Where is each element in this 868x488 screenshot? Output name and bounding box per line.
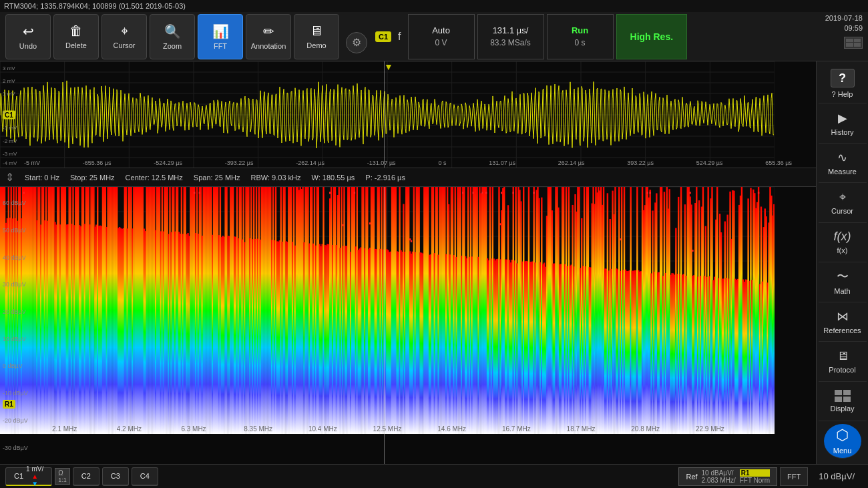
history-button[interactable]: ▶ History <box>819 103 867 143</box>
math-button[interactable]: 〜 Math <box>819 262 867 302</box>
volt-label-1mv: 1 mV <box>3 91 15 97</box>
fft-center: Center: 12.5 MHz <box>126 174 183 182</box>
help-button[interactable]: ? ? Help <box>819 64 867 103</box>
undo-button[interactable]: ↩ Undo <box>5 14 51 59</box>
channel-2-tab[interactable]: C2 <box>73 467 99 486</box>
fft-y-axis: 60 dBµV 50 dBµV 40 dBµV 30 dBµV 20 dBµV … <box>0 187 28 464</box>
toolbar: ↩ Undo 🗑 Delete ⌖ Cursor 🔍 Zoom 📊 FFT ✏ … <box>0 12 692 61</box>
right-sidebar: ? ? Help ▶ History ∿ Measure ⌖ Cursor f(… <box>816 61 868 464</box>
menu-button[interactable]: ⬡ Menu <box>824 424 861 459</box>
settings-button[interactable]: ⚙ <box>346 32 367 53</box>
datetime-display: 2019-07-18 09:59 <box>825 13 863 49</box>
references-icon: ⋈ <box>837 309 849 324</box>
trigger-marker: ▼ <box>384 61 393 72</box>
protocol-icon: 🖥 <box>837 349 849 363</box>
trigger-info: f <box>394 31 405 43</box>
annotation-icon: ✏ <box>263 23 274 39</box>
cursor-sidebar-icon: ⌖ <box>839 190 846 204</box>
channel-3-tab[interactable]: C3 <box>102 467 129 486</box>
fft-rbw: RBW: 9.03 kHz <box>251 174 301 182</box>
run-mode-box[interactable]: High Res. <box>616 14 688 59</box>
demo-icon: 🖥 <box>310 23 323 39</box>
trigger-symbol: f <box>398 31 401 43</box>
bottom-bar: C1 1 mV/ ▲ ▼ Ω 1:1 C2 C3 C4 Ref 10 dBAµV… <box>0 464 868 488</box>
demo-button[interactable]: 🖥 Demo <box>294 14 339 59</box>
title-bar: RTM3004; 1335.8794K04; 100899 (01.501 20… <box>0 0 868 12</box>
fft-y-neg20: -20 dBµV <box>0 417 28 424</box>
fft-y-40: 40 dBµV <box>0 254 28 261</box>
display-icon <box>835 390 851 402</box>
scope-area: C1 ▼ 3 mV 2 mV 1 mV 0 -1 mV -2 mV -3 mV … <box>0 61 816 464</box>
expand-icon[interactable]: ⇕ <box>5 171 14 184</box>
channel-badge[interactable]: C1 <box>375 31 391 42</box>
display-button[interactable]: Display <box>819 382 867 421</box>
c1-scale: 1 mV/ ▲ ▼ <box>26 465 43 487</box>
time-offset-box[interactable]: Run 0 s <box>547 14 614 59</box>
channel-4-tab[interactable]: C4 <box>132 467 158 486</box>
math-fx-button[interactable]: f(x) f(x) <box>819 223 867 262</box>
volt-label-2mv: 2 mV <box>3 78 15 84</box>
fft-y-20: 20 dBµV <box>0 308 28 315</box>
fft-info-bar: ⇕ Start: 0 Hz Stop: 25 MHz Center: 12.5 … <box>0 168 816 187</box>
fft-start: Start: 0 Hz <box>25 174 59 182</box>
fft-y-30: 30 dBµV <box>0 281 28 288</box>
zoom-icon: 🔍 <box>164 23 181 39</box>
trigger-mode-box[interactable]: Auto 0 V <box>408 14 475 59</box>
title-text: RTM3004; 1335.8794K04; 100899 (01.501 20… <box>4 2 186 10</box>
fft-icon: 📊 <box>212 23 229 39</box>
delete-icon: 🗑 <box>69 23 83 39</box>
volt-label-neg3mv: -3 mV <box>3 151 17 157</box>
volt-label-3mv: 3 mV <box>3 65 15 71</box>
fft-scale-display: 10 dBµV/ <box>811 471 863 481</box>
fft-p: P: -2.916 µs <box>365 174 405 182</box>
math-icon: 〜 <box>837 268 849 284</box>
fft-display[interactable]: 60 dBµV 50 dBµV 40 dBµV 30 dBµV 20 dBµV … <box>0 187 816 464</box>
annotation-button[interactable]: ✏ Annotation <box>246 14 291 59</box>
fft-stop: Stop: 25 MHz <box>70 174 115 182</box>
fft-tab[interactable]: FFT <box>780 467 808 486</box>
menu-icon: ⬡ <box>836 427 849 444</box>
time-domain-display[interactable]: C1 ▼ 3 mV 2 mV 1 mV 0 -1 mV -2 mV -3 mV … <box>0 61 816 168</box>
measure-button[interactable]: ∿ Measure <box>819 144 867 183</box>
channel-1-tab[interactable]: C1 1 mV/ ▲ ▼ <box>5 467 52 486</box>
fft-button[interactable]: 📊 FFT <box>198 14 243 59</box>
cursor-sidebar-button[interactable]: ⌖ Cursor <box>819 183 867 222</box>
fft-y-10: 10 dBµV <box>0 336 28 342</box>
protocol-button[interactable]: 🖥 Protocol <box>819 342 867 381</box>
zoom-button[interactable]: 🔍 Zoom <box>150 14 195 59</box>
ref-tab[interactable]: Ref 10 dBAµV/ 2.083 MHz/ R1 FFT Norm <box>678 467 777 486</box>
fft-y-0: 0 dBµV <box>0 362 28 369</box>
references-button[interactable]: ⋈ References <box>819 302 867 342</box>
r1-label: R1 <box>3 400 15 409</box>
measure-icon: ∿ <box>837 150 847 165</box>
fft-y-60: 60 dBµV <box>0 200 28 206</box>
fft-w: W: 180.55 µs <box>312 174 355 182</box>
fft-span: Span: 25 MHz <box>194 174 240 182</box>
fft-y-50: 50 dBµV <box>0 227 28 234</box>
time-axis: -5 mV -655.36 µs -524.29 µs -393.22 µs -… <box>0 160 816 166</box>
undo-icon: ↩ <box>23 23 34 39</box>
volt-label-neg2mv: -2 mV <box>3 138 17 144</box>
volt-label-neg1mv: -1 mV <box>3 125 17 131</box>
help-icon: ? <box>831 69 855 87</box>
volt-label-0: 0 <box>3 109 5 115</box>
timebase-box[interactable]: 131.1 µs/ 83.3 MSa/s <box>477 14 544 59</box>
fx-icon: f(x) <box>834 230 851 244</box>
delete-button[interactable]: 🗑 Delete <box>53 14 99 59</box>
cursor-icon: ⌖ <box>121 23 128 39</box>
history-icon: ▶ <box>838 111 847 126</box>
main-area: C1 ▼ 3 mV 2 mV 1 mV 0 -1 mV -2 mV -3 mV … <box>0 61 868 464</box>
fft-y-neg10: -10 dBµV <box>0 390 28 397</box>
impedance-badge: Ω 1:1 <box>55 468 70 485</box>
display-layout-icon[interactable] <box>844 37 863 49</box>
cursor-button[interactable]: ⌖ Cursor <box>101 14 147 59</box>
fft-y-neg30: -30 dBµV <box>0 445 28 451</box>
